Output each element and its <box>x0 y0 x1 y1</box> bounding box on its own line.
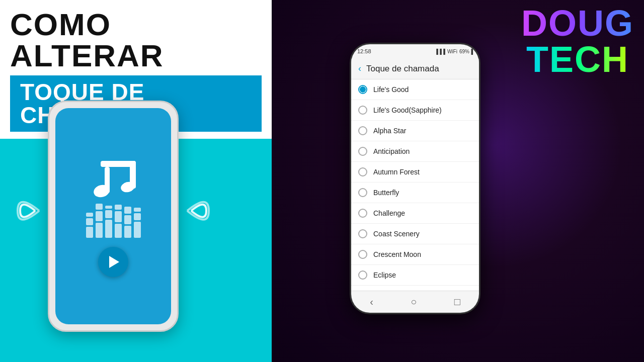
dialog-title: Toque de chamada <box>366 64 439 74</box>
ringtone-name: Butterfly <box>373 189 399 197</box>
list-item[interactable]: Alpha Star <box>351 121 479 141</box>
illustration-phone-body <box>48 101 179 332</box>
eq-col-2 <box>96 204 103 238</box>
eq-bar <box>96 211 103 221</box>
ringtone-name: Alpha Star <box>373 127 406 135</box>
eq-bar <box>124 207 131 214</box>
eq-col-1 <box>86 213 93 238</box>
radio-circle <box>358 229 367 238</box>
dialog-header: ‹ Toque de chamada <box>351 58 479 79</box>
eq-col-3 <box>105 206 112 238</box>
eq-bar <box>124 215 131 224</box>
wave-right <box>186 188 211 235</box>
music-note-icon <box>86 156 141 204</box>
play-button[interactable] <box>98 247 128 277</box>
ringtone-name: Challenge <box>373 209 405 217</box>
list-item[interactable]: Life's Good(Sapphire) <box>351 100 479 121</box>
recent-nav-button[interactable]: □ <box>454 296 460 308</box>
ringtone-name: Eclipse <box>373 271 396 279</box>
status-icons: ▐▐▐ WiFi 69%▐ <box>435 49 473 54</box>
eq-bar <box>96 204 103 210</box>
list-item[interactable]: Crescent Moon <box>351 244 479 265</box>
ringtone-name: Autumn Forest <box>373 168 420 176</box>
wifi-icon: WiFi <box>447 49 457 54</box>
phone-screen <box>55 108 171 324</box>
play-icon <box>109 256 119 268</box>
eq-bar <box>134 213 141 220</box>
ringtone-name: Life's Good <box>373 85 409 94</box>
list-item[interactable]: Eclipse <box>351 265 479 286</box>
back-nav-button[interactable]: ‹ <box>370 296 373 308</box>
home-nav-button[interactable]: ○ <box>411 296 417 308</box>
equalizer <box>86 204 141 238</box>
radio-circle <box>358 167 367 176</box>
list-item[interactable]: Life's Good <box>351 79 479 100</box>
phone-device: 12:58 ▐▐▐ WiFi 69%▐ ‹ Toque de chamada L… <box>350 43 496 324</box>
radio-circle <box>358 270 367 280</box>
wave-left <box>15 188 40 235</box>
list-item[interactable]: Anticipation <box>351 141 479 162</box>
eq-col-6 <box>134 208 141 238</box>
ringtone-name: Life's Good(Sapphire) <box>373 106 442 114</box>
radio-circle <box>358 209 367 218</box>
status-bar: 12:58 ▐▐▐ WiFi 69%▐ <box>351 44 479 58</box>
signal-icon: ▐▐▐ <box>435 49 445 54</box>
eq-bar <box>124 226 131 238</box>
phone-illustration <box>40 101 186 342</box>
eq-bar <box>115 224 122 238</box>
ringtone-name: Crescent Moon <box>373 250 421 258</box>
eq-col-4 <box>115 205 122 238</box>
eq-bar <box>134 208 141 212</box>
eq-bar <box>105 220 112 238</box>
radio-circle <box>358 250 367 259</box>
list-item[interactable]: Butterfly <box>351 183 479 203</box>
list-item[interactable]: Challenge <box>351 203 479 224</box>
radio-circle <box>358 106 367 115</box>
eq-bar <box>86 218 93 225</box>
eq-bar <box>86 213 93 217</box>
eq-bar <box>105 210 112 218</box>
main-title: COMO ALTERAR <box>10 9 262 71</box>
logo-block: DOUG TECH <box>521 5 634 77</box>
list-item[interactable]: Autumn Forest <box>351 162 479 183</box>
eq-bar <box>115 211 122 222</box>
radio-circle <box>358 147 367 156</box>
ringtone-dialog: ‹ Toque de chamada Life's Good Life's Go… <box>351 58 479 291</box>
ringtone-name: Anticipation <box>373 147 410 155</box>
list-item[interactable]: Coast Scenery <box>351 224 479 244</box>
eq-bar <box>134 222 141 238</box>
radio-selected <box>358 85 367 94</box>
radio-circle <box>358 126 367 135</box>
ringtone-list: Life's Good Life's Good(Sapphire) Alpha … <box>351 79 479 291</box>
eq-bar <box>96 223 103 238</box>
eq-col-5 <box>124 207 131 238</box>
device-outer: 12:58 ▐▐▐ WiFi 69%▐ ‹ Toque de chamada L… <box>350 43 480 314</box>
logo-tech: TECH <box>521 41 634 77</box>
logo-doug: DOUG <box>521 5 634 41</box>
eq-bar <box>115 205 122 210</box>
list-item[interactable]: Evening Glow <box>351 286 479 291</box>
eq-bar <box>86 227 93 238</box>
status-time: 12:58 <box>357 48 371 54</box>
radio-circle <box>358 188 367 197</box>
nav-bar: ‹ ○ □ <box>351 291 479 313</box>
ringtone-name: Coast Scenery <box>373 230 420 238</box>
back-arrow-icon[interactable]: ‹ <box>358 63 361 74</box>
eq-bar <box>105 206 112 209</box>
battery-icon: 69%▐ <box>459 49 473 54</box>
